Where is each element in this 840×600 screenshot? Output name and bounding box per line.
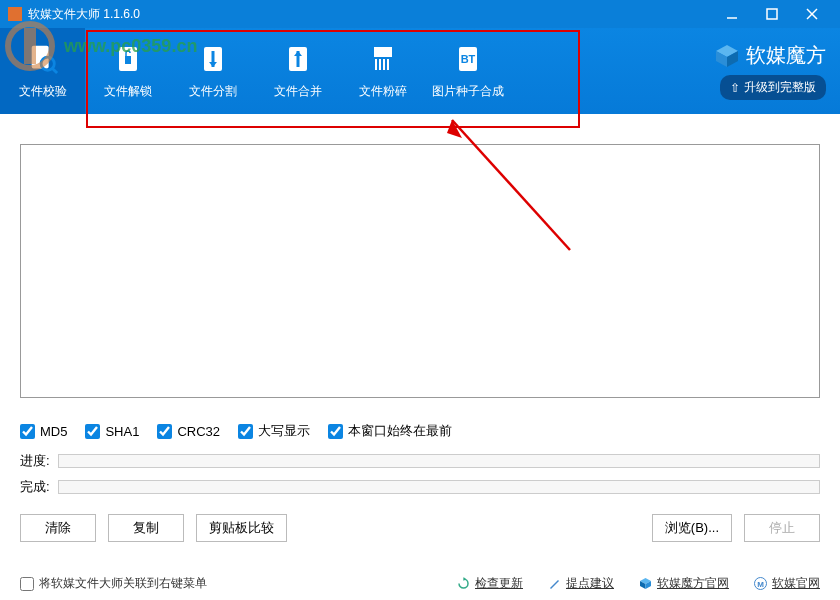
official-site-link[interactable]: 软媒魔方官网 bbox=[638, 575, 729, 592]
toolbar: 文件校验 文件解锁 文件分割 文件合并 文件粉碎 BT 图片种子合成 软媒魔方 bbox=[0, 28, 840, 114]
stop-button[interactable]: 停止 bbox=[744, 514, 820, 542]
tab-file-shred[interactable]: 文件粉碎 bbox=[340, 28, 425, 114]
svg-rect-15 bbox=[374, 47, 392, 57]
upgrade-button[interactable]: ⇧ 升级到完整版 bbox=[720, 75, 826, 100]
maximize-button[interactable] bbox=[752, 0, 792, 28]
check-update-link[interactable]: 检查更新 bbox=[456, 575, 523, 592]
tab-label: 图片种子合成 bbox=[432, 83, 504, 100]
unlock-file-icon bbox=[112, 43, 144, 75]
m-icon: M bbox=[753, 577, 767, 591]
clipboard-compare-button[interactable]: 剪贴板比较 bbox=[196, 514, 287, 542]
pencil-icon bbox=[547, 577, 561, 591]
svg-text:BT: BT bbox=[460, 53, 475, 65]
brand-logo: 软媒魔方 bbox=[714, 42, 826, 69]
options-row: MD5 SHA1 CRC32 大写显示 本窗口始终在最前 bbox=[0, 408, 840, 448]
footer: 将软媒文件大师关联到右键菜单 检查更新 提点建议 软媒魔方官网 M 软媒官网 bbox=[0, 575, 840, 592]
suggest-link[interactable]: 提点建议 bbox=[547, 575, 614, 592]
file-drop-area[interactable] bbox=[20, 144, 820, 398]
tab-label: 文件合并 bbox=[274, 83, 322, 100]
split-file-icon bbox=[197, 43, 229, 75]
tab-label: 文件校验 bbox=[19, 83, 67, 100]
minimize-button[interactable] bbox=[712, 0, 752, 28]
copy-button[interactable]: 复制 bbox=[108, 514, 184, 542]
close-button[interactable] bbox=[792, 0, 832, 28]
refresh-icon bbox=[456, 577, 470, 591]
upgrade-label: 升级到完整版 bbox=[744, 79, 816, 96]
checkbox-crc32[interactable]: CRC32 bbox=[157, 424, 220, 439]
tab-label: 文件粉碎 bbox=[359, 83, 407, 100]
company-site-link[interactable]: M 软媒官网 bbox=[753, 575, 820, 592]
tab-file-verify[interactable]: 文件校验 bbox=[0, 28, 85, 114]
shred-file-icon bbox=[367, 43, 399, 75]
svg-text:M: M bbox=[757, 580, 764, 589]
browse-button[interactable]: 浏览(B)... bbox=[652, 514, 732, 542]
checkbox-sha1[interactable]: SHA1 bbox=[85, 424, 139, 439]
progress-label: 进度: bbox=[20, 452, 50, 470]
tab-file-merge[interactable]: 文件合并 bbox=[255, 28, 340, 114]
progress-bar bbox=[58, 454, 820, 468]
cube-small-icon bbox=[638, 577, 652, 591]
clear-button[interactable]: 清除 bbox=[20, 514, 96, 542]
bt-file-icon: BT bbox=[452, 43, 484, 75]
titlebar: 软媒文件大师 1.1.6.0 bbox=[0, 0, 840, 28]
tab-image-seed[interactable]: BT 图片种子合成 bbox=[425, 28, 510, 114]
complete-bar bbox=[58, 480, 820, 494]
merge-file-icon bbox=[282, 43, 314, 75]
tab-label: 文件解锁 bbox=[104, 83, 152, 100]
search-file-icon bbox=[27, 43, 59, 75]
tab-label: 文件分割 bbox=[189, 83, 237, 100]
brand-name: 软媒魔方 bbox=[746, 42, 826, 69]
svg-marker-29 bbox=[463, 577, 466, 581]
svg-rect-1 bbox=[767, 9, 777, 19]
svg-line-6 bbox=[52, 68, 57, 73]
tab-file-unlock[interactable]: 文件解锁 bbox=[85, 28, 170, 114]
checkbox-uppercase[interactable]: 大写显示 bbox=[238, 422, 310, 440]
checkbox-topmost[interactable]: 本窗口始终在最前 bbox=[328, 422, 452, 440]
upgrade-icon: ⇧ bbox=[730, 81, 740, 95]
context-menu-checkbox[interactable]: 将软媒文件大师关联到右键菜单 bbox=[20, 575, 207, 592]
complete-label: 完成: bbox=[20, 478, 50, 496]
svg-rect-8 bbox=[125, 56, 131, 64]
window-title: 软媒文件大师 1.1.6.0 bbox=[28, 6, 140, 23]
app-icon bbox=[8, 7, 22, 21]
cube-icon bbox=[714, 43, 740, 69]
checkbox-md5[interactable]: MD5 bbox=[20, 424, 67, 439]
tab-file-split[interactable]: 文件分割 bbox=[170, 28, 255, 114]
